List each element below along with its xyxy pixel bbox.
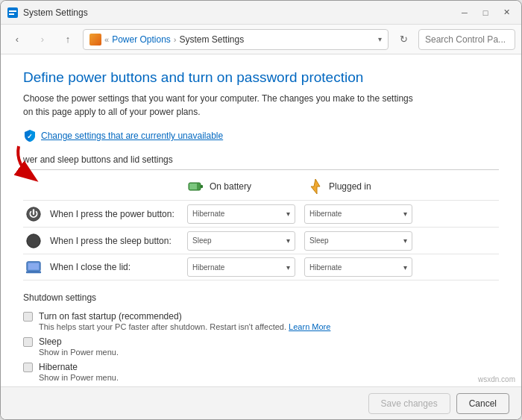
breadcrumb-chevron-icon: ▾ bbox=[378, 35, 382, 43]
forward-button[interactable]: › bbox=[32, 29, 53, 50]
power-dropdown-battery-2[interactable]: Sleep ▾ bbox=[187, 231, 295, 251]
up-button[interactable]: ↑ bbox=[57, 29, 78, 50]
sleep-button-icon bbox=[23, 231, 44, 251]
shutdown-item-hibernate: Hibernate Show in Power menu. bbox=[23, 361, 499, 382]
table-header: On battery Plugged in bbox=[23, 178, 499, 195]
power-dropdown-plugged-2[interactable]: Sleep ▾ bbox=[304, 231, 412, 251]
maximize-button[interactable]: □ bbox=[477, 4, 494, 22]
chevron-down-icon: ▾ bbox=[286, 210, 290, 218]
svg-rect-0 bbox=[7, 7, 18, 18]
close-button[interactable]: ✕ bbox=[497, 4, 515, 22]
power-dropdown-plugged-3[interactable]: Hibernate ▾ bbox=[304, 257, 412, 277]
section-label: wer and sleep buttons and lid settings bbox=[23, 154, 499, 170]
page-description: Choose the power settings that you want … bbox=[23, 92, 418, 119]
breadcrumb-prefix: « bbox=[104, 35, 109, 44]
refresh-button[interactable]: ↻ bbox=[393, 29, 414, 50]
title-bar: System Settings ─ □ ✕ bbox=[1, 1, 521, 25]
hibernate-checkbox[interactable] bbox=[23, 363, 33, 372]
power-row-label-1: When I press the power button: bbox=[50, 209, 187, 219]
dropdown-value: Hibernate bbox=[309, 210, 342, 218]
watermark: wsxdn.com bbox=[478, 375, 515, 383]
change-settings-link[interactable]: Change settings that are currently unava… bbox=[41, 131, 223, 141]
breadcrumb-power-options[interactable]: Power Options bbox=[112, 34, 171, 45]
table-row: When I press the power button: Hibernate… bbox=[23, 200, 499, 227]
power-settings-table: On battery Plugged in bbox=[23, 178, 499, 280]
chevron-down-icon: ▾ bbox=[403, 263, 407, 272]
content-area: Define power buttons and turn on passwor… bbox=[1, 54, 521, 386]
window-icon bbox=[7, 7, 19, 19]
page-title: Define power buttons and turn on passwor… bbox=[23, 69, 499, 86]
sleep-label: Sleep bbox=[39, 336, 62, 347]
svg-text:✓: ✓ bbox=[27, 133, 33, 140]
breadcrumb-separator: › bbox=[174, 35, 177, 44]
shutdown-item-sleep: Sleep Show in Power menu. bbox=[23, 336, 499, 357]
cancel-button[interactable]: Cancel bbox=[456, 393, 509, 414]
hibernate-label: Hibernate bbox=[39, 362, 78, 372]
fast-startup-sublabel: This helps start your PC faster after sh… bbox=[39, 322, 330, 331]
minimize-button[interactable]: ─ bbox=[456, 4, 474, 22]
chevron-down-icon: ▾ bbox=[286, 236, 290, 245]
window-title: System Settings bbox=[23, 7, 456, 18]
chevron-down-icon: ▾ bbox=[286, 263, 290, 272]
lid-icon bbox=[23, 257, 44, 278]
col-battery-header: On battery bbox=[187, 178, 306, 195]
battery-icon bbox=[187, 178, 205, 195]
col-plugged-header: Plugged in bbox=[306, 178, 426, 195]
learn-more-link[interactable]: Learn More bbox=[289, 322, 330, 331]
save-changes-button[interactable]: Save changes bbox=[368, 393, 450, 414]
shutdown-item-fast-startup: Turn on fast startup (recommended) This … bbox=[23, 310, 499, 331]
dropdown-value: Hibernate bbox=[309, 263, 342, 272]
power-dropdown-plugged-1[interactable]: Hibernate ▾ bbox=[304, 204, 412, 224]
svg-point-10 bbox=[27, 233, 40, 247]
sleep-checkbox[interactable] bbox=[23, 337, 33, 347]
svg-rect-2 bbox=[9, 13, 14, 15]
window-controls: ─ □ ✕ bbox=[456, 4, 515, 22]
control-panel-icon bbox=[89, 34, 101, 46]
main-window: System Settings ─ □ ✕ ‹ › ↑ « Power Opti… bbox=[0, 0, 522, 420]
svg-rect-7 bbox=[189, 184, 197, 189]
power-button-icon bbox=[23, 204, 44, 225]
plugged-icon bbox=[306, 178, 324, 195]
table-row: When I close the lid: Hibernate ▾ Hibern… bbox=[23, 254, 499, 280]
power-dropdown-battery-3[interactable]: Hibernate ▾ bbox=[187, 257, 295, 277]
dropdown-value: Hibernate bbox=[192, 263, 224, 272]
sleep-sublabel: Show in Power menu. bbox=[39, 348, 119, 357]
svg-rect-13 bbox=[26, 272, 41, 274]
dropdown-value: Sleep bbox=[192, 236, 212, 245]
back-button[interactable]: ‹ bbox=[7, 29, 28, 50]
breadcrumb-current: System Settings bbox=[180, 34, 245, 45]
shield-icon: ✓ bbox=[23, 129, 37, 142]
chevron-down-icon: ▾ bbox=[403, 210, 407, 218]
power-row-label-2: When I press the sleep button: bbox=[50, 236, 187, 246]
change-settings-container: ✓ Change settings that are currently una… bbox=[23, 129, 499, 142]
search-input[interactable] bbox=[418, 29, 515, 50]
breadcrumb-bar[interactable]: « Power Options › System Settings ▾ bbox=[83, 29, 389, 50]
svg-rect-12 bbox=[28, 263, 40, 270]
svg-marker-8 bbox=[311, 179, 320, 194]
dropdown-value: Sleep bbox=[309, 236, 329, 245]
fast-startup-checkbox[interactable] bbox=[23, 312, 33, 322]
table-row: When I press the sleep button: Sleep ▾ S… bbox=[23, 227, 499, 254]
address-bar: ‹ › ↑ « Power Options › System Settings … bbox=[1, 25, 521, 54]
power-row-label-3: When I close the lid: bbox=[50, 262, 187, 272]
power-dropdown-battery-1[interactable]: Hibernate ▾ bbox=[187, 204, 295, 224]
svg-rect-1 bbox=[9, 10, 16, 12]
hibernate-sublabel: Show in Power menu. bbox=[39, 373, 119, 382]
fast-startup-label: Turn on fast startup (recommended) bbox=[39, 311, 182, 322]
svg-rect-6 bbox=[201, 185, 203, 188]
dropdown-value: Hibernate bbox=[192, 210, 224, 218]
shutdown-section-title: Shutdown settings bbox=[23, 292, 499, 303]
chevron-down-icon: ▾ bbox=[403, 236, 407, 245]
footer: Save changes Cancel bbox=[1, 386, 521, 419]
